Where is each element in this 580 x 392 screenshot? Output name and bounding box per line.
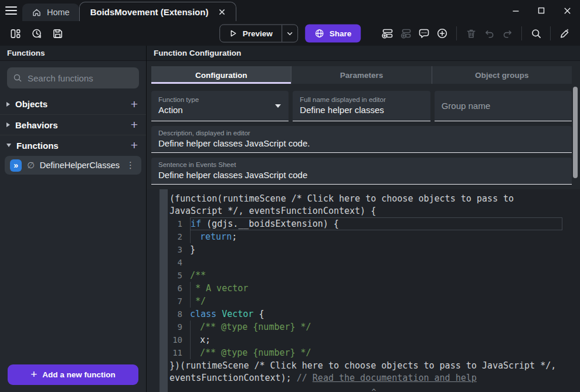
group-name-field[interactable]: Group name xyxy=(435,91,572,121)
line-number: 2 xyxy=(168,230,190,243)
config-scrollbar[interactable] xyxy=(573,87,578,185)
tab-configuration[interactable]: Configuration xyxy=(151,66,291,84)
tab-parameters[interactable]: Parameters xyxy=(291,66,432,84)
add-objects-button[interactable]: + xyxy=(130,98,139,110)
description-label: Description, displayed in editor xyxy=(158,129,565,137)
code-line-5: 5/** xyxy=(168,269,580,282)
undo-icon xyxy=(484,28,495,39)
undo-button[interactable] xyxy=(481,25,497,42)
maximize-icon xyxy=(538,7,545,14)
section-label: Functions xyxy=(16,141,130,151)
sidebar-section-functions[interactable]: Functions+ xyxy=(0,135,146,155)
project-manager-button[interactable] xyxy=(7,25,23,42)
share-button[interactable]: Share xyxy=(305,25,361,43)
tab-boidsmovement[interactable]: BoidsMovement (Extension) xyxy=(79,2,237,21)
line-number: 4 xyxy=(168,256,190,269)
functions-sidebar: Functions Objects+Behaviors+Functions+»∅… xyxy=(0,46,147,392)
line-number: 6 xyxy=(168,282,190,295)
close-window-button[interactable] xyxy=(554,2,580,19)
minimize-icon xyxy=(512,7,520,15)
code-line-8: 8class Vector { xyxy=(168,308,580,321)
redo-icon xyxy=(502,28,513,39)
toolbar-separator xyxy=(456,26,457,40)
search-icon xyxy=(13,73,22,83)
sidebar-title: Functions xyxy=(0,46,146,61)
page-title: Function Configuration xyxy=(147,46,580,61)
code-line-6: 6* A vector xyxy=(168,282,580,295)
chevron-down-icon xyxy=(286,30,293,37)
preview-button[interactable]: Preview xyxy=(220,25,281,42)
search-functions-box[interactable] xyxy=(7,67,139,88)
window-controls xyxy=(503,2,580,19)
scrollbar-thumb[interactable] xyxy=(573,87,578,178)
home-icon xyxy=(32,8,42,18)
app-window: Home BoidsMovement (Extension) xyxy=(0,0,580,392)
add-comment-button[interactable] xyxy=(416,25,432,42)
minimize-button[interactable] xyxy=(503,2,528,19)
add-event-button[interactable] xyxy=(379,25,396,42)
group-name-placeholder: Group name xyxy=(442,101,565,111)
documentation-link[interactable]: Read the documentation and help xyxy=(313,373,477,383)
preview-options-button[interactable] xyxy=(281,25,297,42)
section-label: Objects xyxy=(15,99,130,109)
search-icon xyxy=(531,28,542,39)
tab-object-groups[interactable]: Object groups xyxy=(432,66,572,84)
add-new-function-button[interactable]: + Add a new function xyxy=(8,364,138,385)
close-icon xyxy=(564,7,571,15)
code-line-10: 10x; xyxy=(168,333,580,346)
search-functions-input[interactable] xyxy=(28,73,144,83)
toolbar-separator xyxy=(521,26,522,40)
function-item-label: DefineHelperClasses xyxy=(40,161,120,170)
save-icon xyxy=(52,28,63,39)
full-name-field[interactable]: Full name displayed in editor Define hel… xyxy=(293,91,430,121)
function-type-value: Action xyxy=(158,105,281,115)
tab-close-button[interactable] xyxy=(216,6,228,18)
add-sub-event-icon xyxy=(400,28,412,39)
add-behaviors-button[interactable]: + xyxy=(130,119,139,131)
function-type-select[interactable]: Function type Action xyxy=(151,91,289,121)
toolbar-separator xyxy=(550,26,551,40)
code-line-9: 9/** @type {number} */ xyxy=(168,321,580,333)
function-gear-icon: » xyxy=(10,159,22,172)
code-line-3: 3} xyxy=(168,243,580,256)
function-configuration: ConfigurationParametersObject groups Fun… xyxy=(147,61,580,189)
add-other-event-button[interactable] xyxy=(434,25,450,42)
save-button[interactable] xyxy=(49,25,66,42)
preview-split-button: Preview xyxy=(219,25,298,43)
code-line-7: 7*/ xyxy=(168,295,580,308)
line-number: 11 xyxy=(168,346,190,359)
line-number: 10 xyxy=(168,333,190,346)
sidebar-tree: Objects+Behaviors+Functions+»∅DefineHelp… xyxy=(0,94,146,179)
javascript-code-editor[interactable]: (function(runtimeScene /* Click here to … xyxy=(168,189,580,392)
delete-button[interactable] xyxy=(463,25,479,42)
sentence-field[interactable]: Sentence in Events Sheet Define helper c… xyxy=(151,158,572,185)
maximize-button[interactable] xyxy=(528,2,554,19)
share-label: Share xyxy=(330,29,352,38)
trash-icon xyxy=(466,28,477,39)
toolbar: Preview Share xyxy=(0,21,580,46)
section-label: Behaviors xyxy=(15,120,130,130)
edit-extension-button[interactable] xyxy=(557,25,573,42)
search-button[interactable] xyxy=(528,25,544,42)
expand-handle[interactable]: ^ xyxy=(168,387,580,392)
sidebar-section-objects[interactable]: Objects+ xyxy=(0,94,146,114)
function-item-DefineHelperClasses[interactable]: »∅DefineHelperClasses⋮ xyxy=(5,156,141,175)
redo-button[interactable] xyxy=(499,25,515,42)
history-button[interactable] xyxy=(28,25,45,42)
preview-label: Preview xyxy=(243,29,273,38)
line-number: 9 xyxy=(168,321,190,333)
main-menu-button[interactable] xyxy=(0,0,22,21)
hamburger-icon xyxy=(5,6,17,8)
add-functions-button[interactable]: + xyxy=(130,139,139,151)
item-menu-button[interactable]: ⋮ xyxy=(125,160,136,171)
tab-home[interactable]: Home xyxy=(22,4,79,21)
code-footer-line: eventsFunctionContext); // Read the docu… xyxy=(168,372,580,384)
add-function-label: Add a new function xyxy=(42,370,116,379)
description-field[interactable]: Description, displayed in editor Define … xyxy=(151,126,572,153)
sidebar-section-behaviors[interactable]: Behaviors+ xyxy=(0,114,146,135)
project-manager-icon xyxy=(10,28,21,39)
dropdown-caret-icon xyxy=(275,104,281,108)
add-sub-event-button[interactable] xyxy=(398,25,414,42)
tab-home-label: Home xyxy=(47,8,70,17)
event-rail[interactable] xyxy=(147,189,168,392)
